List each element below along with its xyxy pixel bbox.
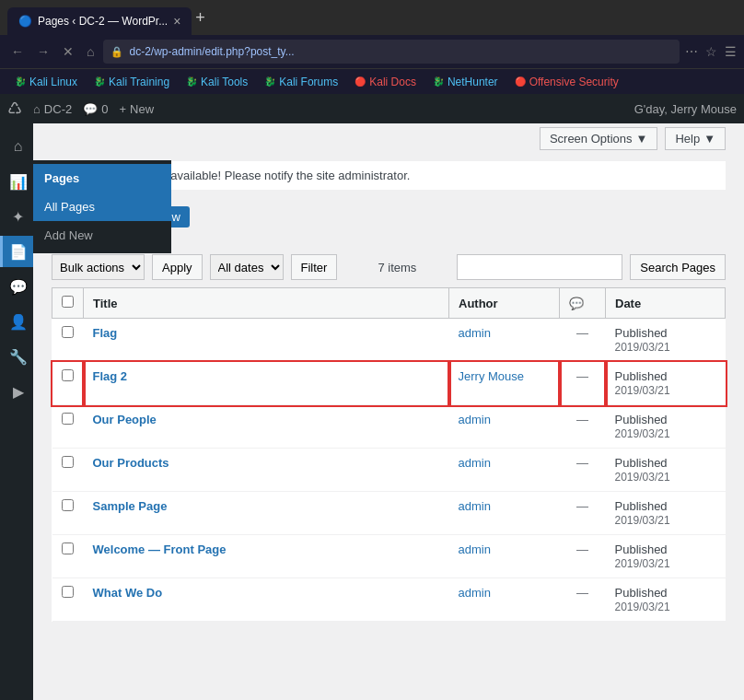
author-link-1[interactable]: admin <box>459 326 491 340</box>
bookmark-nethunter[interactable]: 🐉 NetHunter <box>425 74 506 90</box>
search-pages-button[interactable]: Search Pages <box>630 254 726 280</box>
row-comments-cell: — <box>560 535 606 578</box>
active-tab[interactable]: 🔵 Pages ‹ DC-2 — WordPr... × <box>7 7 192 35</box>
author-column-header[interactable]: Author <box>449 288 560 319</box>
forward-button[interactable]: → <box>33 42 53 61</box>
bookmark-kali-tools[interactable]: 🐉 Kali Tools <box>179 74 255 90</box>
filter-button[interactable]: Filter <box>291 254 338 280</box>
sidebar-item-dashboard[interactable]: ⌂ <box>0 131 33 162</box>
date-status-1: Published <box>615 326 668 340</box>
tab-title: Pages ‹ DC-2 — WordPr... <box>38 15 168 28</box>
date-value-6: 2019/03/21 <box>615 557 670 570</box>
author-link-6[interactable]: admin <box>459 542 491 556</box>
new-content-link[interactable]: + New <box>119 102 154 116</box>
bookmark-kali-training-label: Kali Training <box>109 76 169 88</box>
page-title-link-4[interactable]: Our Products <box>93 456 169 470</box>
row-checkbox-7[interactable] <box>62 586 74 598</box>
row-title-cell: Welcome — Front Page <box>84 535 449 578</box>
bookmark-kali-docs[interactable]: 🔴 Kali Docs <box>347 74 424 90</box>
plugins-icon: ▶ <box>13 383 24 401</box>
sidebar-item-pages[interactable]: 📄 <box>0 236 33 267</box>
author-link-2[interactable]: Jerry Mouse <box>459 369 525 383</box>
bookmark-kali-linux[interactable]: 🐉 Kali Linux <box>7 74 85 90</box>
comments-column-header: 💬 <box>560 288 606 319</box>
page-title-link-5[interactable]: Sample Page <box>93 499 168 513</box>
page-title-link-1[interactable]: Flag <box>93 326 118 340</box>
toolbar-icons: ⋯ ☆ ☰ <box>685 44 737 59</box>
page-title-link-6[interactable]: Welcome — Front Page <box>93 542 227 556</box>
comment-icon: 💬 <box>569 297 584 310</box>
date-value-5: 2019/03/21 <box>615 514 670 527</box>
sidebar-item-plugins[interactable]: ▶ <box>0 376 33 407</box>
page-title-link-7[interactable]: What We Do <box>93 586 163 600</box>
date-value-4: 2019/03/21 <box>615 471 670 484</box>
bulk-actions-select[interactable]: Bulk actions <box>52 254 145 280</box>
bookmark-kali-forums[interactable]: 🐉 Kali Forums <box>257 74 345 90</box>
page-title-link-3[interactable]: Our People <box>93 413 157 426</box>
dates-select[interactable]: All dates <box>210 254 284 280</box>
row-date-cell: Published 2019/03/21 <box>606 319 726 362</box>
sidebar-item-updates[interactable]: ✦ <box>0 201 33 232</box>
sidebar-expanded-menu: Pages All Pages Add New <box>33 160 171 253</box>
notice-message: is available! Please notify the site adm… <box>158 169 410 182</box>
row-comments-cell: — <box>560 405 606 449</box>
sidebar-expanded-all-pages[interactable]: All Pages <box>33 192 171 221</box>
row-comments-cell: — <box>560 362 606 405</box>
row-checkbox-2[interactable] <box>62 369 74 381</box>
bookmark-icon[interactable]: ☆ <box>705 44 717 59</box>
site-name-link[interactable]: ⌂ DC-2 <box>33 102 72 116</box>
row-checkbox-cell <box>52 535 84 578</box>
bookmark-kali-training[interactable]: 🐉 Kali Training <box>87 74 177 90</box>
search-box: Search Pages <box>457 254 726 280</box>
extensions-icon[interactable]: ⋯ <box>685 44 698 59</box>
home-button[interactable]: ⌂ <box>83 42 98 61</box>
row-checkbox-4[interactable] <box>62 456 74 468</box>
comment-count-5: — <box>576 499 588 513</box>
screen-options-button[interactable]: Screen Options ▼ <box>540 127 657 150</box>
row-checkbox-1[interactable] <box>62 326 74 338</box>
wp-main: ⌂ 📊 ✦ 📄 💬 👤 🔧 ▶ Pages All Pages <box>0 123 744 700</box>
apply-button[interactable]: Apply <box>152 254 203 280</box>
tab-close-button[interactable]: × <box>173 14 180 29</box>
row-date-cell: Published 2019/03/21 <box>606 449 726 492</box>
row-title-cell: What We Do <box>84 578 449 622</box>
sidebar-item-tools[interactable]: 🔧 <box>0 341 33 372</box>
row-checkbox-3[interactable] <box>62 413 74 425</box>
row-checkbox-6[interactable] <box>62 542 74 554</box>
reload-button[interactable]: ✕ <box>59 42 77 61</box>
date-status-7: Published <box>615 586 668 600</box>
sidebar-item-stats[interactable]: 📊 <box>0 166 33 197</box>
author-link-7[interactable]: admin <box>459 586 491 600</box>
back-button[interactable]: ← <box>7 42 28 61</box>
author-link-3[interactable]: admin <box>459 413 491 426</box>
bookmark-offensive-security[interactable]: 🔴 Offensive Security <box>507 74 626 90</box>
sidebar-item-users[interactable]: 👤 <box>0 306 33 337</box>
menu-icon[interactable]: ☰ <box>725 44 737 59</box>
row-author-cell: admin <box>449 449 560 492</box>
screen-options-bar: Screen Options ▼ Help ▼ <box>33 123 744 154</box>
sidebar-expanded-add-new[interactable]: Add New <box>33 221 171 250</box>
sidebar: ⌂ 📊 ✦ 📄 💬 👤 🔧 ▶ Pages All Pages <box>0 123 33 700</box>
comment-count-1: — <box>576 326 588 340</box>
select-all-checkbox[interactable] <box>62 296 74 308</box>
row-checkbox-5[interactable] <box>62 499 74 511</box>
page-title-link-2[interactable]: Flag 2 <box>93 369 128 383</box>
kali-training-icon: 🐉 <box>94 76 105 87</box>
comments-link[interactable]: 💬 0 <box>83 102 108 116</box>
title-column-header[interactable]: Title <box>84 288 449 319</box>
users-icon: 👤 <box>9 313 28 331</box>
date-column-header[interactable]: Date <box>606 288 726 319</box>
new-tab-button[interactable]: + <box>195 8 205 28</box>
address-bar[interactable]: 🔒 dc-2/wp-admin/edit.php?post_ty... <box>103 40 680 64</box>
row-author-cell: admin <box>449 319 560 362</box>
search-input[interactable] <box>457 254 622 280</box>
help-button[interactable]: Help ▼ <box>665 127 726 150</box>
author-link-5[interactable]: admin <box>459 499 491 513</box>
kali-forums-icon: 🐉 <box>264 76 275 87</box>
author-link-4[interactable]: admin <box>459 456 491 470</box>
wp-logo-icon[interactable]: ♺ <box>7 99 22 119</box>
comments-count: 0 <box>101 102 108 116</box>
sidebar-item-comments[interactable]: 💬 <box>0 271 33 302</box>
comment-count-3: — <box>576 413 588 426</box>
row-checkbox-cell <box>52 319 84 362</box>
